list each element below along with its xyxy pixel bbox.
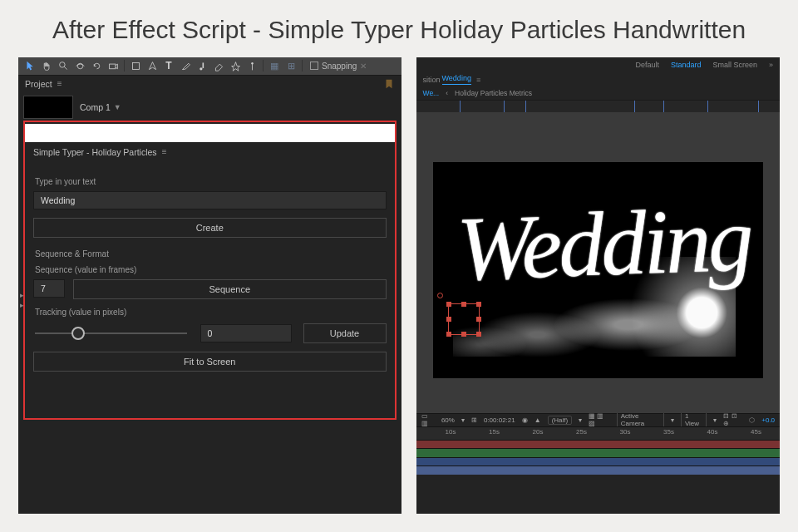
tracking-value-input[interactable]: 0 xyxy=(200,324,292,342)
svg-rect-3 xyxy=(109,64,115,69)
snapping-toggle[interactable]: Snapping ✕ xyxy=(310,62,367,71)
comp-item[interactable]: Comp 1 ▼ xyxy=(18,92,401,121)
exposure-value[interactable]: +0.0 xyxy=(761,416,775,424)
clone-tool-icon[interactable] xyxy=(194,57,210,74)
roto-tool-icon[interactable] xyxy=(227,57,244,74)
sequence-button[interactable]: Sequence xyxy=(73,279,387,299)
breadcrumb-current[interactable]: We... xyxy=(423,89,440,97)
tracking-slider[interactable] xyxy=(33,324,189,342)
sequence-label: Sequence (value in frames) xyxy=(35,265,385,274)
bookmark-icon xyxy=(383,78,395,90)
highlighted-script-panel: Simple Typer - Holiday Particles ≡ Type … xyxy=(23,121,397,420)
svg-point-5 xyxy=(200,67,202,70)
puppet-tool-icon[interactable] xyxy=(244,57,260,74)
brush-tool-icon[interactable] xyxy=(177,57,194,74)
comp-thumbnail xyxy=(23,96,73,119)
preview-icon[interactable]: ▲ xyxy=(534,416,541,424)
section-heading: Sequence & Format xyxy=(35,249,385,259)
tracking-label: Tracking (value in pixels) xyxy=(35,308,385,317)
workspace-more-icon[interactable]: » xyxy=(769,61,773,69)
shape-tool-icon[interactable] xyxy=(127,57,144,74)
script-panel-screenshot: T ▦ ⊞ Snapping ✕ Project ≡ Comp 1 ▼ ▸▸ xyxy=(18,57,401,515)
workspace-switcher: Default Standard Small Screen » xyxy=(416,57,780,72)
panel-collapse-arrows[interactable]: ▸▸ xyxy=(20,290,24,310)
type-tool-icon[interactable]: T xyxy=(160,57,177,74)
timeline-track[interactable] xyxy=(416,448,780,457)
script-panel-title: Simple Typer - Holiday Particles ≡ xyxy=(25,142,395,162)
render-stage: Wedding xyxy=(433,162,763,378)
comp-tab-wedding[interactable]: Wedding xyxy=(442,74,471,85)
footer-left-icons[interactable]: ▭ ▥ xyxy=(421,412,435,427)
hand-tool-icon[interactable] xyxy=(38,57,55,74)
timeline-track[interactable] xyxy=(416,440,780,449)
zoom-value[interactable]: 60% xyxy=(441,416,455,424)
align-tool-icon[interactable]: ▦ xyxy=(266,57,283,74)
pen-tool-icon[interactable] xyxy=(144,57,160,74)
eraser-tool-icon[interactable] xyxy=(210,57,227,74)
viewport-footer: ▭ ▥ 60% ▾ ⊞ 0:00:02:21 ◉ ▲ (Half) ▾ ▦ ▥ … xyxy=(416,413,780,426)
fit-to-screen-button[interactable]: Fit to Screen xyxy=(33,352,387,372)
breadcrumb-sub[interactable]: Holiday Particles Metrics xyxy=(455,89,532,97)
search-bar[interactable] xyxy=(25,124,395,142)
text-input-label: Type in your text xyxy=(35,177,385,186)
workspace-standard[interactable]: Standard xyxy=(671,61,702,69)
svg-rect-4 xyxy=(132,62,139,69)
timeline-track[interactable] xyxy=(416,466,780,475)
create-button[interactable]: Create xyxy=(33,218,387,238)
rendered-text: Wedding xyxy=(456,193,752,294)
zoom-tool-icon[interactable] xyxy=(55,57,71,74)
timeline-track[interactable] xyxy=(416,457,780,466)
orbit-tool-icon[interactable] xyxy=(71,57,88,74)
graph-tool-icon[interactable]: ⊞ xyxy=(283,57,299,74)
timeline-ruler[interactable]: 10s 15s 20s 25s 30s 35s 40s 45s xyxy=(416,426,780,440)
timecode-value[interactable]: 0:00:02:21 xyxy=(484,416,515,424)
sequence-value-input[interactable]: 7 xyxy=(33,279,65,298)
update-button[interactable]: Update xyxy=(303,323,387,343)
ae-toolbar: T ▦ ⊞ Snapping ✕ xyxy=(18,57,401,76)
svg-rect-6 xyxy=(202,62,204,68)
resolution-select[interactable]: (Half) xyxy=(548,416,573,425)
rotate-tool-icon[interactable] xyxy=(88,57,105,74)
viewport-ruler xyxy=(416,101,780,112)
selection-tool-icon[interactable] xyxy=(22,57,38,74)
transform-gizmo[interactable] xyxy=(448,303,480,335)
composition-tabs: sition Wedding ≡ xyxy=(416,72,780,87)
text-input[interactable]: Wedding xyxy=(33,191,387,209)
snapshot-icon[interactable]: ◉ xyxy=(522,416,528,424)
project-panel-header: Project ≡ xyxy=(18,76,401,92)
workspace-small[interactable]: Small Screen xyxy=(712,61,757,69)
svg-line-1 xyxy=(64,66,66,69)
svg-point-0 xyxy=(59,62,65,67)
timeline-tracks[interactable] xyxy=(416,440,780,475)
composition-preview-panel: Default Standard Small Screen » sition W… xyxy=(416,57,780,515)
workspace-default[interactable]: Default xyxy=(635,61,659,69)
breadcrumb: We... ‹ Holiday Particles Metrics xyxy=(416,87,780,101)
composition-viewport[interactable]: Wedding xyxy=(416,112,780,413)
page-title: After Effect Script - Simple Typer Holid… xyxy=(0,0,798,54)
camera-tool-icon[interactable] xyxy=(105,57,121,74)
